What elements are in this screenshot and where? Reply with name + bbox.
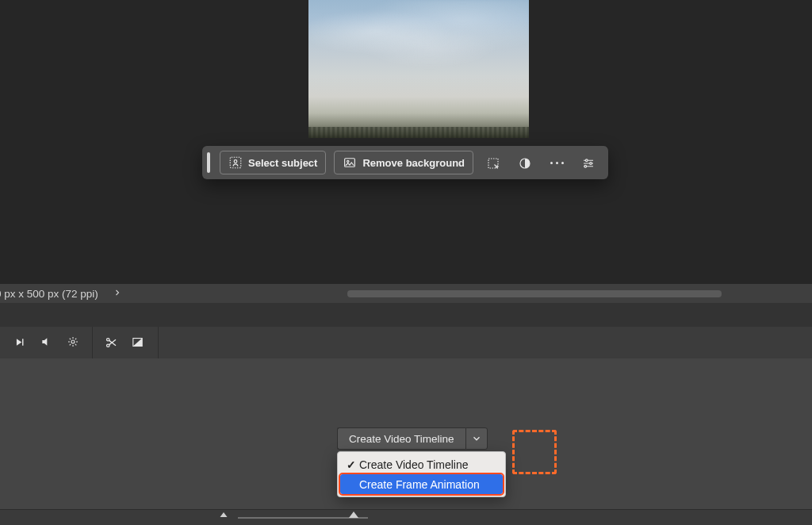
horizontal-scrollbar[interactable] — [347, 290, 722, 297]
create-timeline-dropdown-menu: ✓ Create Video Timeline Create Frame Ani… — [337, 451, 506, 497]
person-icon — [228, 155, 243, 170]
transition-button[interactable] — [124, 327, 151, 358]
speaker-icon — [40, 335, 54, 350]
chevron-down-icon — [471, 433, 482, 444]
audio-mute-button[interactable] — [33, 327, 60, 358]
toolbar-separator — [158, 327, 159, 358]
canvas-image[interactable] — [308, 0, 529, 138]
canvas-area: Select subject Remove background — [0, 0, 812, 284]
contextual-task-bar: Select subject Remove background — [202, 146, 608, 179]
timeline-settings-button[interactable] — [60, 327, 87, 358]
panel-divider[interactable] — [0, 303, 812, 327]
remove-background-label: Remove background — [362, 157, 465, 169]
svg-point-3 — [347, 160, 349, 162]
split-clip-button[interactable] — [98, 327, 124, 358]
svg-point-1 — [234, 160, 237, 163]
scissors-icon — [104, 335, 118, 350]
create-timeline-button[interactable]: Create Video Timeline — [337, 427, 465, 450]
svg-point-10 — [71, 340, 75, 343]
image-icon — [343, 155, 357, 170]
remove-background-button[interactable]: Remove background — [334, 151, 473, 174]
dropdown-item-label: Create Frame Animation — [358, 478, 480, 491]
svg-point-11 — [107, 339, 109, 341]
create-timeline-split-button: Create Video Timeline — [337, 427, 488, 450]
gear-icon — [67, 335, 81, 350]
zoom-slider-min-icon[interactable] — [219, 509, 228, 525]
dropdown-item-label: Create Video Timeline — [358, 458, 468, 471]
mask-button[interactable] — [513, 151, 537, 174]
svg-point-8 — [584, 165, 587, 167]
svg-point-7 — [590, 163, 592, 165]
more-options-button[interactable] — [545, 151, 569, 174]
transform-selection-button[interactable] — [481, 151, 505, 174]
zoom-slider-max-icon[interactable] — [349, 509, 358, 525]
select-subject-button[interactable]: Select subject — [220, 151, 326, 174]
play-button[interactable] — [6, 327, 33, 358]
document-status-bar: 0 px x 500 px (72 ppi) — [0, 284, 812, 303]
svg-point-6 — [585, 159, 588, 162]
properties-button[interactable] — [576, 151, 600, 174]
selection-transform-icon — [486, 155, 500, 170]
annotation-highlight-box — [512, 430, 557, 474]
timeline-bottom-bar — [0, 509, 812, 525]
chevron-right-icon[interactable] — [113, 288, 122, 300]
check-icon: ✓ — [345, 458, 358, 471]
svg-rect-9 — [22, 339, 23, 346]
dropdown-item-create-video-timeline[interactable]: ✓ Create Video Timeline — [340, 454, 503, 474]
timeline-panel: Create Video Timeline ✓ Create Video Tim… — [0, 327, 812, 525]
timeline-toolbar — [0, 327, 812, 358]
select-subject-label: Select subject — [248, 157, 317, 169]
sliders-icon — [581, 155, 596, 170]
dots-horizontal-icon — [550, 162, 564, 164]
circle-half-icon — [518, 155, 532, 170]
taskbar-grip[interactable] — [207, 152, 210, 173]
create-timeline-label: Create Video Timeline — [349, 433, 454, 445]
play-step-icon — [13, 335, 27, 350]
svg-point-12 — [107, 344, 109, 347]
dropdown-item-create-frame-animation[interactable]: Create Frame Animation — [340, 474, 503, 494]
document-dimensions-text: 0 px x 500 px (72 ppi) — [0, 288, 98, 300]
create-timeline-dropdown-toggle[interactable] — [465, 427, 488, 450]
diagonal-split-icon — [131, 335, 145, 350]
